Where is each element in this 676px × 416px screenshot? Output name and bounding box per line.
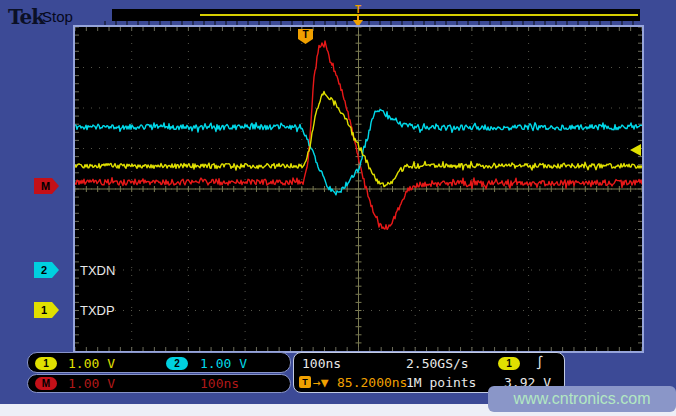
tek-logo: Tek [8,5,44,29]
acquisition-status: Stop [42,8,73,25]
trigger-delay-arrows-icon: →▼ [313,375,329,390]
channel2-label: TXDN [80,263,115,278]
rising-edge-icon: ∫ [536,355,544,370]
channel1-label: TXDP [80,303,115,318]
trigger-level-arrow-icon [630,144,641,156]
trigger-source-badge: 1 [498,357,520,370]
record-view-ruler [95,21,642,26]
math-badge: M [35,377,57,390]
graticule-display: T [75,27,642,351]
record-view-waveform-line [200,14,638,16]
channel1-marker: 1 [34,302,59,318]
channel2-marker: 2 [34,262,59,278]
trigger-badge-icon: T [299,376,311,388]
record-length-readout: 1M points [406,375,476,390]
waveform-canvas [75,27,642,351]
ch1-scale-readout: 1.00 V [68,356,115,371]
trigger-position-arrow-icon: T [351,5,365,27]
trigger-delay-readout: 85.2000ns [337,375,407,390]
trigger-arrow-head [353,20,363,27]
watermark: www.cntronics.com [488,386,676,412]
math-readout-box: M 1.00 V 100ns [27,374,291,393]
ch2-scale-readout: 1.00 V [200,356,247,371]
math-scale-readout: 1.00 V [68,376,115,391]
timebase-readout: 100ns [302,356,341,371]
math-channel-marker: M [34,178,59,194]
math-timebase-readout: 100ns [200,376,239,391]
ch1-badge: 1 [35,357,57,370]
record-view-bar [112,9,640,21]
oscilloscope-screen: Tek Stop T T M 2 1 TXDN TXDP 1 1.00 V 2 … [0,0,676,416]
sample-rate-readout: 2.50GS/s [406,356,469,371]
vertical-readout-box: 1 1.00 V 2 1.00 V [27,352,291,373]
ch2-badge: 2 [166,357,188,370]
